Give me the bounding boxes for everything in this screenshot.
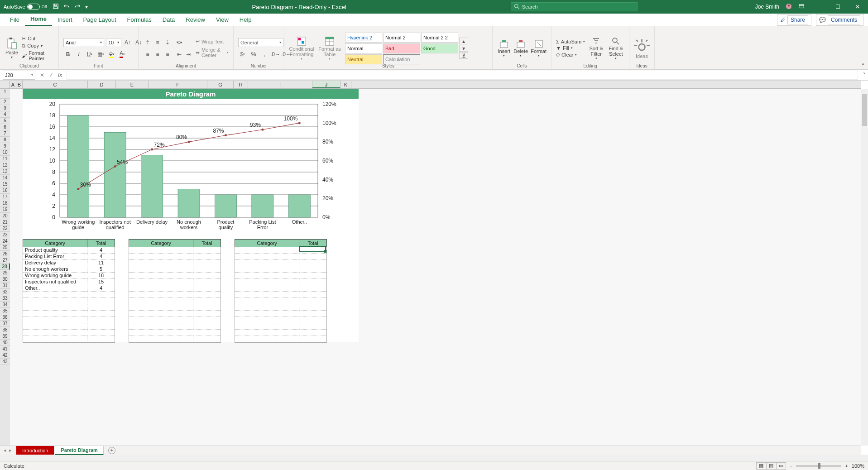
zoom-in-icon[interactable]: + [845, 463, 848, 469]
row-header-34[interactable]: 34 [0, 302, 10, 308]
save-icon[interactable] [53, 3, 59, 11]
row-header-3[interactable]: 3 [0, 105, 10, 111]
row-header-36[interactable]: 36 [0, 314, 10, 321]
page-break-view-icon[interactable]: ▭ [776, 462, 786, 470]
tab-nav-prev-icon[interactable]: ◂ [4, 447, 6, 453]
cell-grid[interactable]: Pareto Diagram 024681012141618200%20%40%… [10, 89, 861, 446]
tab-help[interactable]: Help [234, 14, 257, 26]
find-select-button[interactable]: Find & Select▾ [608, 28, 624, 68]
share-button[interactable]: 🖊 Share [777, 14, 811, 26]
row-header-38[interactable]: 38 [0, 327, 10, 333]
search-box[interactable]: Search [511, 2, 638, 11]
row-header-30[interactable]: 30 [0, 276, 10, 283]
table-row[interactable] [235, 279, 326, 285]
fill-color-button[interactable]: ⬙▾ [107, 50, 116, 59]
row-header-15[interactable]: 15 [0, 181, 10, 187]
row-header-25[interactable]: 25 [0, 245, 10, 251]
table-row[interactable] [129, 266, 221, 273]
table-row[interactable]: No enough workers5 [23, 266, 115, 273]
conditional-formatting-button[interactable]: Conditional Formatting▾ [289, 28, 314, 68]
row-header-14[interactable]: 14 [0, 175, 10, 181]
sort-filter-button[interactable]: Sort & Filter▾ [588, 28, 604, 68]
table-row[interactable] [129, 273, 221, 279]
tab-data[interactable]: Data [157, 14, 180, 26]
table-row[interactable] [235, 304, 326, 311]
row-header-17[interactable]: 17 [0, 194, 10, 200]
row-header-32[interactable]: 32 [0, 289, 10, 295]
table-row[interactable] [129, 260, 221, 266]
increase-indent-icon[interactable]: ⇥ [184, 50, 193, 59]
row-header-11[interactable]: 11 [0, 156, 10, 162]
table-row[interactable] [235, 311, 326, 317]
row-header-39[interactable]: 39 [0, 333, 10, 340]
table-row[interactable] [235, 285, 326, 292]
table-row[interactable] [129, 304, 221, 311]
percent-format-icon[interactable]: % [249, 50, 258, 59]
style-normal2[interactable]: Normal 2 [383, 33, 420, 43]
view-buttons[interactable]: ▦ ▤ ▭ [756, 462, 786, 470]
row-header-33[interactable]: 33 [0, 295, 10, 302]
gallery-down-icon[interactable]: ▾ [459, 45, 468, 52]
sheet-tab-pareto[interactable]: Pareto Diagram [55, 446, 103, 455]
row-header-20[interactable]: 20 [0, 213, 10, 219]
row-header-18[interactable]: 18 [0, 200, 10, 206]
col-header-F[interactable]: F [149, 81, 207, 88]
autosum-button[interactable]: ΣAutoSum▾ [556, 39, 585, 44]
name-box[interactable]: J28▾ [3, 71, 35, 80]
tab-page-layout[interactable]: Page Layout [78, 14, 122, 26]
format-as-table-button[interactable]: Format as Table▾ [317, 28, 342, 68]
table-row[interactable] [129, 323, 221, 330]
number-format-combo[interactable]: General▾ [238, 38, 283, 47]
gallery-more-icon[interactable]: ⊻ [459, 52, 468, 59]
row-header-16[interactable]: 16 [0, 187, 10, 194]
zoom-level[interactable]: 100% [852, 463, 864, 469]
format-cells-button[interactable]: Format▾ [531, 28, 547, 68]
table-row[interactable] [129, 336, 221, 342]
ribbon-display-icon[interactable] [798, 3, 805, 11]
gallery-up-icon[interactable]: ▴ [459, 38, 468, 44]
font-color-button[interactable]: A▾ [118, 50, 127, 59]
table-row[interactable] [129, 317, 221, 323]
tab-nav-next-icon[interactable]: ▸ [9, 447, 12, 453]
align-center-icon[interactable]: ≡ [153, 50, 162, 59]
row-header-29[interactable]: 29 [0, 270, 10, 276]
cut-button[interactable]: ✂Cut [22, 36, 54, 42]
row-header-35[interactable]: 35 [0, 308, 10, 314]
user-name[interactable]: Joe Smith [755, 4, 779, 10]
normal-view-icon[interactable]: ▦ [756, 462, 766, 470]
tab-view[interactable]: View [211, 14, 234, 26]
maximize-icon[interactable]: ☐ [831, 4, 844, 10]
table-row[interactable] [235, 298, 326, 304]
align-right-icon[interactable]: ≡ [163, 50, 172, 59]
table-row[interactable] [235, 330, 326, 336]
row-header-41[interactable]: 41 [0, 346, 10, 352]
col-header-K[interactable]: K [340, 81, 351, 88]
row-header-26[interactable]: 26 [0, 251, 10, 257]
table-row[interactable] [235, 323, 326, 330]
page-layout-view-icon[interactable]: ▤ [766, 462, 776, 470]
insert-cells-button[interactable]: Insert▾ [497, 28, 511, 68]
minimize-icon[interactable]: — [811, 4, 825, 10]
row-header-40[interactable]: 40 [0, 340, 10, 346]
clear-button[interactable]: ◇Clear▾ [556, 52, 585, 58]
row-header-23[interactable]: 23 [0, 232, 10, 238]
row-header-9[interactable]: 9 [0, 143, 10, 149]
style-calculation[interactable]: Calculation [383, 54, 420, 64]
row-header-2[interactable]: 2 [0, 99, 10, 105]
row-header-27[interactable]: 27 [0, 257, 10, 264]
format-painter-button[interactable]: 🖌Format Painter [22, 50, 54, 61]
increase-decimal-icon[interactable]: .0→ [271, 50, 280, 59]
zoom-slider[interactable] [796, 465, 841, 467]
align-top-icon[interactable]: ⇡ [143, 38, 152, 47]
undo-icon[interactable] [63, 3, 70, 11]
table-row[interactable]: Inspectors not qualified15 [23, 279, 115, 285]
table-row[interactable] [129, 285, 221, 292]
zoom-out-icon[interactable]: − [790, 463, 792, 469]
cancel-formula-icon[interactable]: ✕ [40, 72, 44, 78]
col-header-A[interactable]: A [10, 81, 16, 88]
tab-home[interactable]: Home [25, 13, 52, 26]
collapse-ribbon-icon[interactable]: ˄ [858, 26, 868, 69]
expand-formula-bar-icon[interactable]: ˅ [861, 72, 868, 78]
align-middle-icon[interactable]: ≡ [153, 38, 162, 47]
formula-input[interactable] [67, 71, 858, 80]
